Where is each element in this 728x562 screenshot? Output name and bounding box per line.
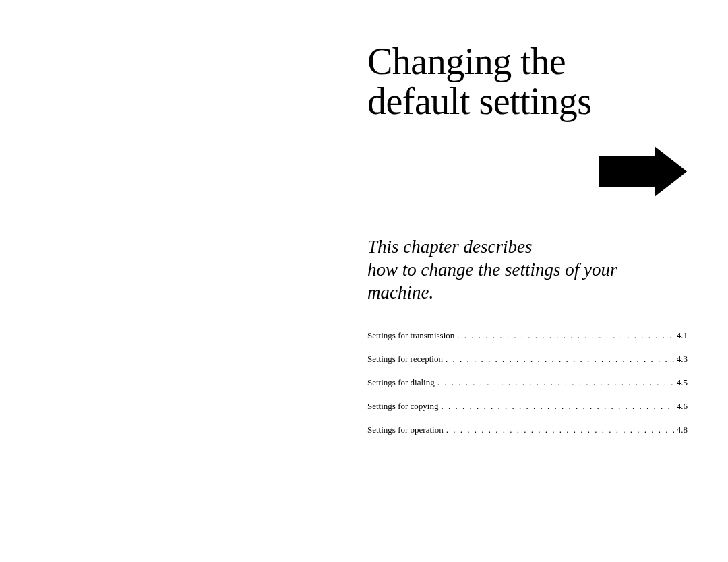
description-line1: This chapter describes [367,237,532,257]
toc-entry: Settings for dialing 4.5 [367,377,688,388]
toc-dots [446,425,674,435]
chapter-description: This chapter describes how to change the… [367,236,617,304]
toc-label: Settings for dialing [367,377,435,388]
toc-page: 4.8 [677,425,688,435]
toc-entry: Settings for transmission 4.1 [367,330,688,341]
toc-page: 4.6 [677,401,688,412]
toc-label: Settings for operation [367,425,444,435]
toc-label: Settings for copying [367,401,438,412]
svg-marker-0 [599,146,687,197]
page-title: Changing the default settings [367,42,592,121]
table-of-contents: Settings for transmission 4.1 Settings f… [367,330,688,448]
toc-page: 4.5 [677,377,688,388]
toc-page: 4.1 [677,330,688,341]
toc-entry: Settings for copying 4.6 [367,401,688,412]
page-title-line1: Changing the [367,40,566,82]
description-line2: how to change the settings of your [367,259,617,280]
toc-dots [446,354,674,365]
toc-dots [437,377,674,388]
toc-dots [457,330,673,341]
toc-entry: Settings for operation 4.8 [367,425,688,435]
toc-dots [441,401,673,412]
description-line3: machine. [367,282,433,303]
toc-page: 4.3 [677,354,688,365]
toc-label: Settings for reception [367,354,443,365]
toc-entry: Settings for reception 4.3 [367,354,688,365]
page-title-line2: default settings [367,80,592,122]
arrow-right-icon [599,146,687,197]
toc-label: Settings for transmission [367,330,454,341]
